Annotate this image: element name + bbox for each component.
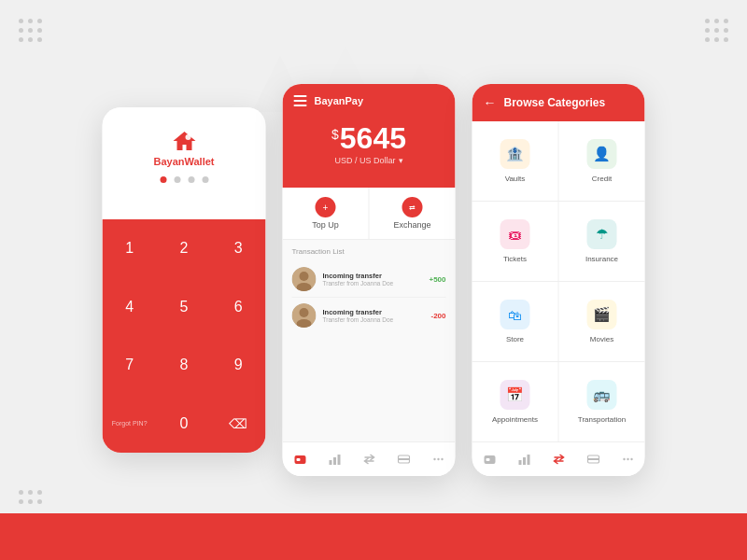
- transportation-icon: 🚌: [587, 380, 617, 410]
- screens-container: BayanWallet 1 2 3 4 5 6 7 8 9 Forgot PIN…: [103, 84, 645, 476]
- svg-rect-24: [523, 457, 526, 465]
- movies-icon: 🎬: [587, 300, 617, 329]
- pin-dot-1: [160, 176, 166, 183]
- transaction-item-2[interactable]: Incoming transfer Transfer from Joanna D…: [292, 298, 446, 333]
- wallet-bottom-nav: [283, 441, 456, 476]
- category-tickets[interactable]: 🎟 Tickets: [472, 202, 558, 281]
- transaction-info-1: Incoming transfer Transfer from Joanna D…: [323, 272, 423, 287]
- key-4[interactable]: 4: [103, 278, 157, 337]
- categories-bottom-nav: [472, 441, 645, 476]
- categories-screen: ← Browse Categories 🏦 Vaults 👤 Credit 🎟 …: [472, 84, 645, 476]
- ham-line-1: [294, 95, 307, 97]
- svg-rect-27: [587, 458, 599, 460]
- key-1[interactable]: 1: [103, 219, 157, 278]
- avatar-image-2: [292, 303, 317, 328]
- logo-part1: Bayan: [153, 156, 184, 167]
- nav-transfer-icon[interactable]: [359, 450, 378, 469]
- cat-nav-chart-icon[interactable]: [514, 450, 533, 469]
- categories-title: Browse Categories: [504, 96, 606, 109]
- categories-header: ← Browse Categories: [472, 84, 645, 121]
- transaction-name-2: Incoming transfer: [323, 308, 425, 316]
- tickets-icon: 🎟: [500, 219, 530, 249]
- exchange-icon: ⇄: [402, 197, 423, 217]
- insurance-label: Insurance: [585, 255, 618, 263]
- back-button[interactable]: ←: [484, 95, 497, 110]
- category-insurance[interactable]: ☂ Insurance: [559, 202, 645, 281]
- svg-marker-3: [173, 132, 195, 150]
- balance-value: 5645: [340, 121, 406, 156]
- pin-dot-2: [174, 176, 180, 183]
- forgot-pin-button[interactable]: Forgot PIN?: [103, 395, 157, 454]
- key-8[interactable]: 8: [157, 336, 211, 395]
- cat-nav-wallet-icon[interactable]: [480, 450, 499, 469]
- pin-dot-4: [202, 176, 208, 183]
- transaction-section: Transaction List Incoming transfer Trans…: [283, 240, 456, 441]
- key-2[interactable]: 2: [157, 219, 211, 278]
- transaction-amount-2: -200: [430, 312, 445, 320]
- movies-label: Movies: [590, 335, 613, 343]
- nav-chart-icon[interactable]: [325, 450, 344, 469]
- svg-point-18: [433, 458, 435, 460]
- category-credit[interactable]: 👤 Credit: [559, 121, 645, 201]
- transaction-info-2: Incoming transfer Transfer from Joanna D…: [323, 308, 425, 323]
- vaults-label: Vaults: [505, 175, 526, 183]
- credit-icon: 👤: [587, 139, 617, 169]
- transaction-item-1[interactable]: Incoming transfer Transfer from Joanna D…: [292, 261, 446, 298]
- nav-more-icon[interactable]: [429, 450, 447, 469]
- cat-nav-card-icon[interactable]: [584, 450, 602, 469]
- category-movies[interactable]: 🎬 Movies: [559, 282, 645, 361]
- category-store[interactable]: 🛍 Store: [472, 282, 558, 361]
- key-7[interactable]: 7: [103, 336, 157, 395]
- logo-icon: [171, 128, 197, 154]
- key-5[interactable]: 5: [157, 278, 211, 337]
- transaction-sub-2: Transfer from Joanna Doe: [323, 316, 425, 323]
- top-up-button[interactable]: + Top Up: [283, 188, 370, 239]
- transaction-list-title: Transaction List: [292, 247, 446, 256]
- category-appointments[interactable]: 📅 Appointments: [472, 362, 558, 441]
- key-0[interactable]: 0: [157, 395, 211, 454]
- cat-nav-transfer-icon[interactable]: [549, 450, 568, 469]
- nav-wallet-icon[interactable]: [290, 450, 309, 469]
- top-up-icon: +: [316, 197, 336, 217]
- key-3[interactable]: 3: [211, 219, 265, 278]
- logo: BayanWallet: [153, 128, 214, 167]
- svg-rect-14: [333, 457, 336, 465]
- insurance-icon: ☂: [587, 219, 617, 249]
- appointments-icon: 📅: [500, 380, 530, 410]
- svg-rect-23: [518, 460, 521, 465]
- exchange-label: Exchange: [393, 220, 430, 230]
- store-label: Store: [506, 335, 524, 343]
- svg-point-4: [185, 134, 190, 140]
- svg-point-30: [630, 458, 632, 460]
- store-icon: 🛍: [500, 300, 530, 329]
- category-vaults[interactable]: 🏦 Vaults: [472, 121, 558, 201]
- svg-rect-15: [337, 455, 340, 465]
- svg-point-28: [623, 458, 625, 460]
- avatar-2: [292, 303, 317, 328]
- cat-nav-more-icon[interactable]: [618, 450, 637, 469]
- category-transportation[interactable]: 🚌 Transportation: [559, 362, 645, 441]
- key-delete[interactable]: ⌫: [211, 395, 265, 454]
- nav-card-icon[interactable]: [394, 450, 413, 469]
- svg-rect-22: [486, 458, 489, 461]
- logo-text: BayanWallet: [153, 156, 214, 167]
- svg-point-20: [441, 458, 443, 460]
- red-bottom-accent: [0, 513, 747, 560]
- ham-line-2: [294, 100, 307, 102]
- appointments-label: Appointments: [492, 415, 538, 424]
- key-6[interactable]: 6: [211, 278, 265, 337]
- key-9[interactable]: 9: [211, 336, 265, 395]
- currency-symbol: $: [331, 127, 339, 142]
- svg-point-6: [300, 272, 309, 281]
- currency-label: USD / US Dollar ▾: [294, 156, 444, 165]
- action-buttons: + Top Up ⇄ Exchange: [283, 188, 456, 240]
- hamburger-menu[interactable]: [294, 95, 307, 106]
- wallet-header: BayanPay $ 5645 USD / US Dollar ▾: [283, 84, 456, 188]
- keypad: 1 2 3 4 5 6 7 8 9 Forgot PIN? 0 ⌫: [103, 219, 266, 453]
- exchange-button[interactable]: ⇄ Exchange: [370, 188, 456, 239]
- avatar-1: [292, 267, 317, 291]
- transaction-name-1: Incoming transfer: [323, 272, 423, 280]
- credit-label: Credit: [592, 175, 612, 183]
- transportation-label: Transportation: [578, 415, 626, 424]
- svg-point-19: [437, 458, 439, 460]
